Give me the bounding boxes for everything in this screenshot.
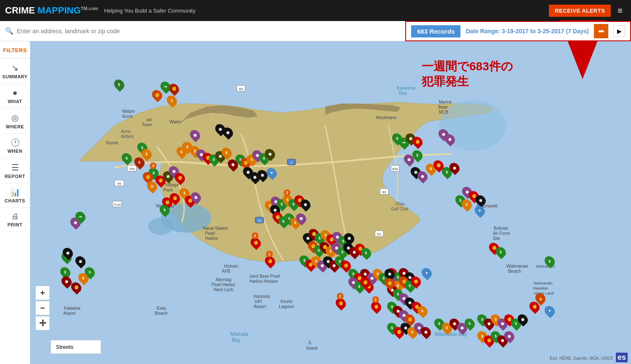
svg-text:Keehi: Keehi xyxy=(281,299,292,304)
svg-text:61: 61 xyxy=(377,232,381,236)
where-label: WHERE xyxy=(6,124,24,129)
svg-text:Bay: Bay xyxy=(232,337,241,343)
streets-dropdown: Streets Satellite Hybrid Terrain xyxy=(51,340,101,354)
logo-crime: CRIME xyxy=(5,5,35,16)
logo: CRIMEMAPPINGTM.com Helping You Build a S… xyxy=(5,5,195,16)
summary-label: SUMMARY xyxy=(3,74,28,79)
sidebar-item-report[interactable]: ☰ REPORT xyxy=(0,158,30,183)
when-label: WHEN xyxy=(8,149,23,154)
svg-text:Village: Village xyxy=(165,182,179,187)
charts-label: CHARTS xyxy=(5,198,25,203)
where-icon: ◎ xyxy=(11,113,19,123)
date-range-value: 3-19-2017 to 3-25-2017 (7 Days) xyxy=(502,28,589,35)
svg-text:750: 750 xyxy=(129,167,135,171)
svg-text:83: 83 xyxy=(382,190,386,194)
zoom-out-button[interactable]: − xyxy=(35,301,50,315)
svg-text:Hickam: Hickam xyxy=(224,264,238,268)
svg-text:Army: Army xyxy=(121,129,131,134)
svg-text:Airport: Airport xyxy=(254,304,266,309)
svg-text:S.: S. xyxy=(308,340,312,345)
svg-text:Kaneohe: Kaneohe xyxy=(397,85,415,90)
svg-text:3: 3 xyxy=(291,161,293,165)
sidebar-item-what[interactable]: ● WHAT xyxy=(0,84,30,109)
share-button[interactable]: ➦ xyxy=(594,24,608,38)
sidebar-item-filters[interactable]: FILTERS xyxy=(0,43,30,58)
svg-text:Marine: Marine xyxy=(439,100,452,104)
svg-text:Site: Site xyxy=(493,236,500,241)
svg-text:Harbor-Hickam: Harbor-Hickam xyxy=(249,279,278,284)
date-range-text: Date Range: 3-19-2017 to 3-25-2017 (7 Da… xyxy=(465,28,589,35)
svg-text:Beach: Beach xyxy=(155,311,168,316)
svg-text:Olau: Olau xyxy=(395,201,405,206)
svg-text:Honolulu: Honolulu xyxy=(254,294,270,299)
hamburger-button[interactable]: ≡ xyxy=(614,4,626,17)
map-container[interactable]: 83 3 750 7110 99 20 61 83 830 Kunia Waip… xyxy=(30,41,631,364)
zoom-in-button[interactable]: + xyxy=(35,286,50,300)
records-bar: 683 Records Date Range: 3-19-2017 to 3-2… xyxy=(405,21,631,41)
sidebar-item-summary[interactable]: ↘ SUMMARY xyxy=(0,58,30,84)
svg-text:Waim: Waim xyxy=(169,119,181,124)
svg-point-5 xyxy=(148,218,174,235)
logo-tagline: Helping You Build a Safer Community xyxy=(104,8,195,14)
sidebar-item-print[interactable]: 🖨 PRINT xyxy=(0,208,30,232)
svg-text:Harbor: Harbor xyxy=(205,236,218,241)
svg-text:Airport: Airport xyxy=(63,311,76,316)
charts-icon: 📊 xyxy=(11,188,20,197)
svg-text:Naval Station: Naval Station xyxy=(203,226,228,231)
svg-text:Pearl: Pearl xyxy=(205,231,215,236)
svg-text:Ahuimanu: Ahuimanu xyxy=(376,115,397,120)
what-label: WHAT xyxy=(8,99,22,104)
svg-text:Airfield: Airfield xyxy=(121,134,134,139)
svg-text:Beach: Beach xyxy=(508,268,521,274)
svg-text:Park: Park xyxy=(163,187,173,192)
svg-text:Island: Island xyxy=(306,346,318,351)
svg-text:Waipio: Waipio xyxy=(122,109,135,114)
svg-text:Lagoon: Lagoon xyxy=(279,304,294,309)
records-badge[interactable]: 683 Records xyxy=(411,25,460,37)
basemap-select[interactable]: Streets Satellite Hybrid Terrain xyxy=(51,340,101,354)
svg-text:ani: ani xyxy=(146,117,152,122)
expand-button[interactable]: ▶ xyxy=(613,25,625,37)
report-label: REPORT xyxy=(5,174,25,179)
svg-text:Bay: Bay xyxy=(399,90,407,96)
svg-text:Hawaiian: Hawaiian xyxy=(533,286,548,290)
print-label: PRINT xyxy=(8,222,23,227)
svg-text:Navmag: Navmag xyxy=(216,277,231,282)
compass-button[interactable]: ✛ xyxy=(35,316,50,330)
svg-text:MCB: MCB xyxy=(439,110,449,114)
map-controls: + − ✛ xyxy=(35,286,50,330)
svg-text:Kunia: Kunia xyxy=(106,140,118,145)
svg-text:Mamala: Mamala xyxy=(230,331,249,337)
svg-text:Waimanae: Waimanae xyxy=(506,263,528,268)
map-attribution: Esri, HERE, Garmin, NGA, USGS es xyxy=(550,353,628,362)
sidebar-item-where[interactable]: ◎ WHERE xyxy=(0,109,30,134)
summary-icon: ↘ xyxy=(11,63,19,73)
svg-text:99: 99 xyxy=(118,182,121,186)
logo-mapping: MAPPINGTM.com xyxy=(37,5,98,16)
svg-text:Acres: Acres xyxy=(122,114,133,119)
svg-text:83: 83 xyxy=(239,87,243,91)
receive-alerts-button[interactable]: RECEIVE ALERTS xyxy=(549,5,611,17)
svg-text:West Loch: West Loch xyxy=(214,287,233,292)
esri-logo: es xyxy=(616,353,628,362)
svg-text:Pearl Harbor: Pearl Harbor xyxy=(211,282,235,287)
svg-text:Ewa: Ewa xyxy=(157,306,166,311)
filters-label: FILTERS xyxy=(3,47,27,53)
svg-text:Golf Club: Golf Club xyxy=(391,207,409,211)
when-icon: 🕐 xyxy=(11,138,20,147)
date-range-label: Date Range: xyxy=(465,28,502,35)
svg-text:Waimanalo: Waimanalo xyxy=(534,281,553,285)
report-icon: ☰ xyxy=(11,162,19,173)
header-right: RECEIVE ALERTS ≡ xyxy=(549,4,626,17)
svg-text:Air Force: Air Force xyxy=(493,231,510,236)
sidebar-item-when[interactable]: 🕐 WHEN xyxy=(0,134,30,158)
svg-text:AFB: AFB xyxy=(222,269,230,274)
print-icon: 🖨 xyxy=(11,212,19,221)
svg-text:Joint Base Pearl: Joint Base Pearl xyxy=(249,274,280,279)
svg-text:7110: 7110 xyxy=(113,203,121,207)
sidebar: FILTERS ↘ SUMMARY ● WHAT ◎ WHERE 🕐 WHEN … xyxy=(0,41,30,364)
sidebar-item-charts[interactable]: 📊 CHARTS xyxy=(0,183,30,208)
svg-text:Bellows: Bellows xyxy=(494,226,508,231)
svg-text:Town: Town xyxy=(142,122,152,127)
svg-text:Intl'l: Intl'l xyxy=(254,299,262,304)
